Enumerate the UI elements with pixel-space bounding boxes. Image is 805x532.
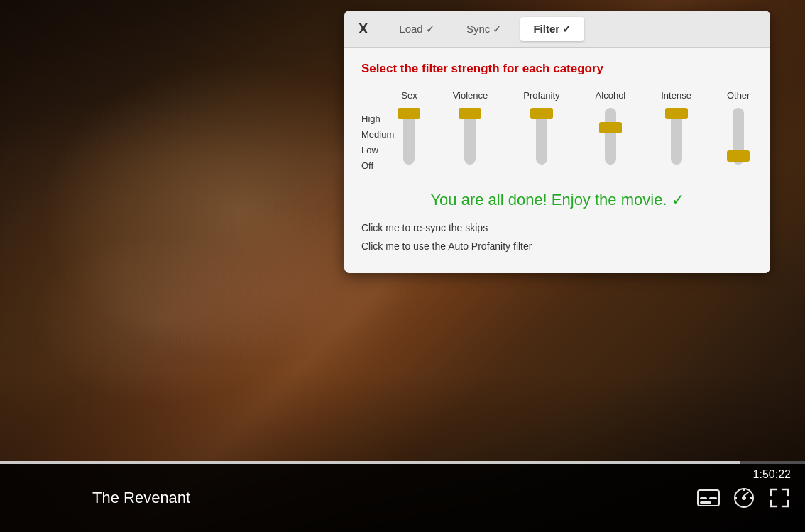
slider-other-thumb[interactable] xyxy=(727,150,750,162)
label-medium: Medium xyxy=(361,127,394,143)
slider-alcohol-thumb[interactable] xyxy=(599,122,622,133)
slider-profanity-track[interactable] xyxy=(536,108,547,165)
movie-title: The Revenant xyxy=(92,489,190,507)
slider-sex-thumb[interactable] xyxy=(398,108,420,119)
sliders-section: High Medium Low Off Sex Violence xyxy=(361,90,753,174)
subtitle-icon[interactable] xyxy=(697,488,720,508)
y-axis-labels: High Medium Low Off xyxy=(361,90,394,174)
slider-other: Other xyxy=(727,90,750,165)
slider-intense-label: Intense xyxy=(661,90,691,101)
label-high: High xyxy=(361,111,394,127)
svg-rect-3 xyxy=(700,501,711,504)
fullscreen-icon[interactable] xyxy=(768,487,791,509)
close-button[interactable]: X xyxy=(353,18,373,40)
svg-rect-1 xyxy=(700,497,707,499)
slider-violence-label: Violence xyxy=(453,90,488,101)
slider-other-label: Other xyxy=(727,90,750,101)
slider-profanity-label: Profanity xyxy=(523,90,559,101)
label-off: Off xyxy=(361,158,394,174)
bottom-content: The Revenant xyxy=(0,464,805,532)
label-low: Low xyxy=(361,143,394,158)
slider-sex: Sex xyxy=(401,90,417,165)
tab-filter[interactable]: Filter ✓ xyxy=(520,17,584,41)
slider-profanity: Profanity xyxy=(523,90,559,165)
panel-content: Select the filter strength for each cate… xyxy=(344,48,770,273)
slider-intense-track[interactable] xyxy=(671,108,682,165)
slider-other-track[interactable] xyxy=(733,108,744,165)
bottom-bar: 1:50:22 The Revenant xyxy=(0,461,805,532)
slider-sex-track[interactable] xyxy=(403,108,415,165)
slider-violence: Violence xyxy=(453,90,488,165)
tab-load[interactable]: Load ✓ xyxy=(386,17,448,41)
slider-alcohol-track[interactable] xyxy=(605,108,616,165)
speed-icon[interactable] xyxy=(733,487,755,509)
slider-violence-track[interactable] xyxy=(464,108,476,165)
slider-alcohol-label: Alcohol xyxy=(596,90,626,101)
slider-intense-thumb[interactable] xyxy=(665,108,688,119)
sliders-grid: Sex Violence Profanity xyxy=(401,90,753,165)
auto-profanity-link[interactable]: Click me to use the Auto Profanity filte… xyxy=(361,240,753,252)
filter-title: Select the filter strength for each cate… xyxy=(361,62,753,76)
done-message: You are all done! Enjoy the movie. ✓ xyxy=(361,191,753,209)
resync-link[interactable]: Click me to re-sync the skips xyxy=(361,222,753,233)
slider-violence-thumb[interactable] xyxy=(459,108,481,119)
svg-rect-2 xyxy=(709,497,717,499)
slider-intense: Intense xyxy=(661,90,691,165)
slider-sex-label: Sex xyxy=(401,90,417,101)
svg-line-6 xyxy=(744,492,748,496)
tab-sync[interactable]: Sync ✓ xyxy=(454,17,515,41)
bottom-right-controls xyxy=(697,487,791,509)
tab-bar: X Load ✓ Sync ✓ Filter ✓ xyxy=(344,11,770,48)
slider-alcohol: Alcohol xyxy=(596,90,626,165)
filter-panel: X Load ✓ Sync ✓ Filter ✓ Select the filt… xyxy=(344,11,770,273)
slider-profanity-thumb[interactable] xyxy=(530,108,553,119)
